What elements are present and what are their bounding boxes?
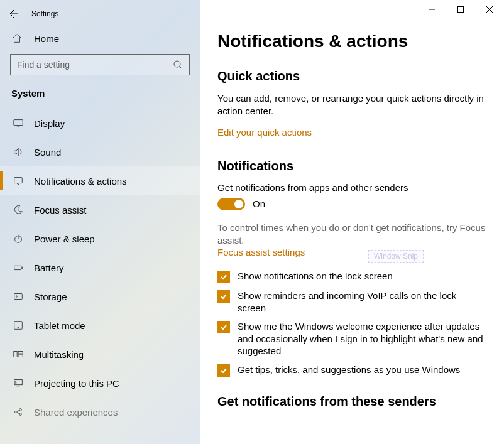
- sidebar-item-sound[interactable]: Sound: [0, 138, 200, 166]
- checkbox-icon: [217, 290, 230, 303]
- svg-rect-13: [14, 380, 23, 385]
- svg-point-9: [18, 327, 18, 328]
- sidebar-item-tablet[interactable]: Tablet mode: [0, 311, 200, 340]
- window-controls: [417, 0, 504, 19]
- checkbox-row-1[interactable]: Show reminders and incoming VoIP calls o…: [217, 290, 486, 314]
- svg-rect-1: [14, 120, 23, 126]
- quick-actions-desc: You can add, remove, or rearrange your q…: [217, 92, 486, 118]
- sidebar-item-label: Projecting to this PC: [34, 378, 119, 389]
- multitask-icon: [11, 349, 25, 360]
- sidebar-item-focus[interactable]: Focus assist: [0, 195, 200, 224]
- sidebar-item-display[interactable]: Display: [0, 109, 200, 138]
- minimize-icon: [429, 6, 435, 13]
- notifications-toggle[interactable]: On: [217, 198, 486, 210]
- svg-rect-11: [18, 352, 23, 354]
- display-icon: [11, 117, 25, 129]
- checkbox-icon: [217, 321, 230, 333]
- focus-assist-desc: To control times when you do or don't ge…: [217, 222, 486, 247]
- svg-point-16: [19, 413, 22, 416]
- search-icon: [173, 60, 183, 70]
- sidebar-item-label: Shared experiences: [34, 407, 118, 418]
- home-label: Home: [34, 33, 59, 44]
- maximize-icon: [457, 6, 464, 13]
- checkbox-row-2[interactable]: Show me the Windows welcome experience a…: [217, 320, 486, 357]
- checkbox-list: Show notifications on the lock screenSho…: [217, 270, 486, 377]
- sidebar-item-label: Notifications & actions: [34, 176, 127, 187]
- content-scroll[interactable]: Notifications & actions Quick actions Yo…: [200, 0, 504, 444]
- project-icon: [11, 377, 25, 389]
- sidebar-item-label: Display: [34, 118, 65, 129]
- svg-point-0: [174, 61, 180, 67]
- main-pane: Notifications & actions Quick actions Yo…: [200, 0, 504, 444]
- sidebar-item-battery[interactable]: Battery: [0, 253, 200, 282]
- checkbox-label: Show reminders and incoming VoIP calls o…: [238, 290, 486, 314]
- shared-icon: [11, 406, 25, 418]
- notifications-toggle-row: Get notifications from apps and other se…: [217, 182, 486, 210]
- sidebar-item-label: Focus assist: [34, 205, 86, 215]
- svg-rect-6: [14, 294, 23, 300]
- minimize-button[interactable]: [417, 0, 446, 19]
- checkbox-icon: [217, 364, 230, 377]
- close-icon: [486, 6, 493, 13]
- checkbox-row-3[interactable]: Get tips, tricks, and suggestions as you…: [217, 364, 486, 377]
- sound-icon: [11, 146, 25, 158]
- close-button[interactable]: [475, 0, 504, 19]
- power-icon: [11, 233, 25, 244]
- search-box[interactable]: [10, 54, 190, 75]
- toggle-state: On: [253, 198, 265, 209]
- sidebar-item-notifications[interactable]: Notifications & actions: [0, 166, 200, 195]
- notifications-toggle-label: Get notifications from apps and other se…: [217, 182, 486, 193]
- section-header: System: [0, 85, 200, 109]
- notify-icon: [11, 175, 25, 187]
- home-icon: [11, 33, 23, 44]
- quick-actions-heading: Quick actions: [217, 69, 486, 84]
- app-title: Settings: [28, 9, 58, 18]
- svg-point-7: [16, 296, 17, 297]
- titlebar: Settings: [0, 0, 200, 24]
- svg-rect-2: [14, 178, 23, 183]
- sidebar-item-label: Multitasking: [34, 349, 84, 360]
- svg-rect-5: [21, 267, 23, 269]
- sidebar: Settings Home System DisplaySoundNotific…: [0, 0, 200, 444]
- sidebar-item-storage[interactable]: Storage: [0, 282, 200, 311]
- moon-icon: [11, 204, 25, 215]
- sidebar-item-shared[interactable]: Shared experiences: [0, 398, 200, 426]
- sidebar-item-label: Battery: [34, 263, 64, 273]
- svg-rect-4: [14, 266, 21, 269]
- svg-point-14: [15, 411, 18, 413]
- checkbox-icon: [217, 271, 230, 283]
- sidebar-item-projecting[interactable]: Projecting to this PC: [0, 369, 200, 398]
- search-input[interactable]: [17, 60, 173, 70]
- nav-list: DisplaySoundNotifications & actionsFocus…: [0, 109, 200, 444]
- sidebar-item-label: Sound: [34, 147, 61, 158]
- edit-quick-actions-link[interactable]: Edit your quick actions: [217, 127, 312, 138]
- notifications-heading: Notifications: [217, 159, 486, 173]
- tablet-icon: [11, 320, 25, 331]
- svg-rect-10: [14, 352, 17, 357]
- toggle-switch-icon: [217, 198, 245, 210]
- svg-rect-17: [458, 7, 464, 13]
- sidebar-item-label: Tablet mode: [34, 320, 85, 331]
- svg-rect-12: [18, 355, 23, 357]
- sidebar-item-multitask[interactable]: Multitasking: [0, 340, 200, 369]
- page-title: Notifications & actions: [217, 31, 486, 51]
- checkbox-label: Show notifications on the lock screen: [238, 270, 393, 283]
- snip-overlay: Window Snip: [368, 250, 424, 263]
- back-button[interactable]: [0, 4, 28, 24]
- sidebar-item-power[interactable]: Power & sleep: [0, 224, 200, 253]
- storage-icon: [11, 291, 25, 302]
- sidebar-item-label: Storage: [34, 291, 67, 302]
- svg-point-15: [19, 409, 22, 411]
- checkbox-row-0[interactable]: Show notifications on the lock screen: [217, 270, 486, 283]
- arrow-left-icon: [9, 9, 19, 19]
- focus-assist-link[interactable]: Focus assist settings: [217, 247, 305, 257]
- senders-heading: Get notifications from these senders: [217, 394, 486, 409]
- checkbox-label: Show me the Windows welcome experience a…: [238, 320, 486, 357]
- sidebar-item-label: Power & sleep: [34, 234, 95, 244]
- maximize-button[interactable]: [446, 0, 475, 19]
- home-nav[interactable]: Home: [0, 24, 200, 54]
- checkbox-label: Get tips, tricks, and suggestions as you…: [238, 364, 460, 376]
- battery-icon: [11, 262, 25, 273]
